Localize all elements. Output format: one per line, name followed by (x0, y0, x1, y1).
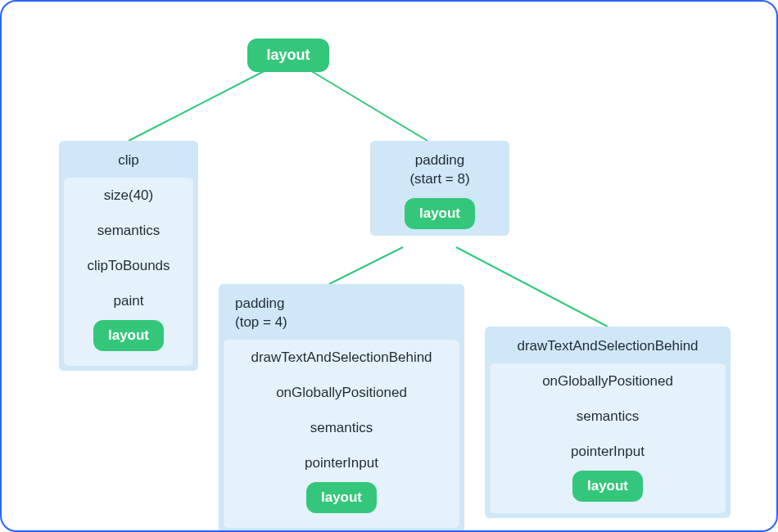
row-paint: paint (77, 286, 180, 317)
nest-bl-1: drawTextAndSelectionBehind onGloballyPos… (224, 340, 459, 528)
row-size: size(40) (67, 181, 190, 211)
nest-2: semantics clipToBounds paint layout (67, 213, 190, 363)
nest-1: size(40) semantics clipToBounds paint la… (64, 178, 193, 366)
row-semantics-br: semantics (496, 402, 719, 432)
nest-bl-4: pointerInput layout (233, 445, 450, 518)
row-clip: clip (64, 146, 193, 176)
root-node: layout (247, 38, 329, 72)
nest-bl-3: semantics pointerInput layout (230, 410, 453, 521)
nest-br-1: onGloballyPositioned semantics pointerIn… (490, 363, 726, 513)
row-drawtext-bl: drawTextAndSelectionBehind (227, 343, 456, 373)
diagram-canvas: layout clip size(40) semantics clipToBou… (0, 0, 778, 532)
row-cliptobounds: clipToBounds (74, 251, 183, 282)
terminal-layout-right-top: layout (405, 198, 475, 229)
terminal-layout-bl: layout (306, 482, 377, 513)
nest-br-2: semantics pointerInput layout (493, 399, 722, 510)
row-drawtext-br: drawTextAndSelectionBehind (490, 331, 726, 362)
node-padding-start: padding (start = 8) layout (370, 141, 509, 236)
nest-4: paint layout (74, 283, 183, 356)
node-drawtext-right: drawTextAndSelectionBehind onGloballyPos… (485, 327, 731, 518)
svg-line-0 (129, 67, 272, 141)
row-padding-start: padding (start = 8) (375, 146, 504, 195)
node-padding-top: padding (top = 4) drawTextAndSelectionBe… (219, 284, 464, 532)
row-pointer-br: pointerInput (500, 437, 716, 467)
nest-bl-2: onGloballyPositioned semantics pointerIn… (227, 375, 456, 525)
terminal-layout-left: layout (93, 320, 164, 351)
row-ongp-bl: onGloballyPositioned (230, 378, 453, 408)
svg-line-2 (329, 247, 403, 284)
nest-br-3: pointerInput layout (496, 434, 719, 507)
row-semantics: semantics (70, 216, 187, 246)
nest-3: clipToBounds paint layout (70, 248, 187, 359)
terminal-layout-br: layout (572, 471, 643, 502)
root-label: layout (266, 47, 310, 63)
row-semantics-bl: semantics (233, 413, 450, 444)
row-pointer-bl: pointerInput (237, 449, 446, 479)
node-clip: clip size(40) semantics clipToBounds pai… (59, 141, 198, 371)
svg-line-3 (456, 247, 608, 327)
svg-line-1 (305, 67, 427, 141)
row-ongp-br: onGloballyPositioned (493, 367, 722, 397)
row-padding-top: padding (top = 4) (224, 289, 459, 338)
